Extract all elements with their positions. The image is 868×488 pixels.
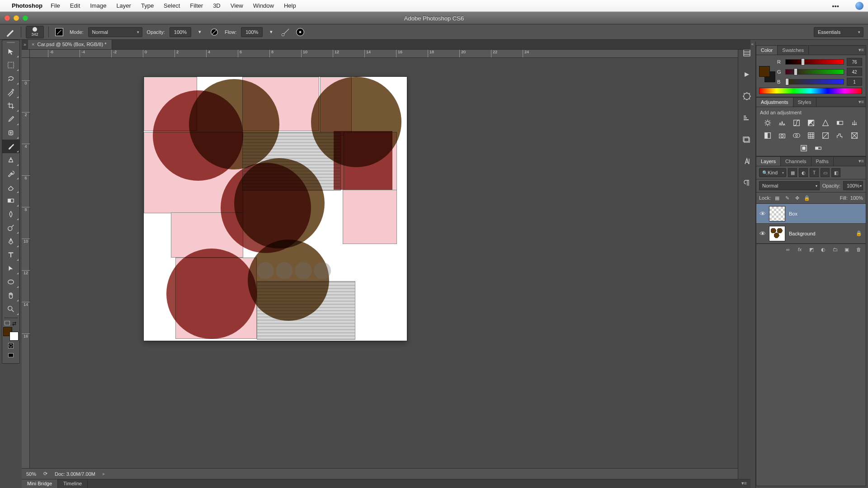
tab-timeline[interactable]: Timeline: [58, 479, 88, 488]
tab-mini-bridge[interactable]: Mini Bridge: [22, 479, 58, 488]
brush-preset-picker[interactable]: 342: [26, 26, 44, 38]
panelstrip-expand-icon[interactable]: «: [751, 42, 754, 47]
slider-red[interactable]: [785, 59, 844, 65]
flow-dropdown-icon[interactable]: ▾: [265, 26, 277, 38]
hand-tool[interactable]: [2, 289, 19, 302]
canvas-area[interactable]: -6 -4 -2 0 2 4 6 8 10 12 14 16 18 20 22 …: [22, 50, 750, 477]
filter-shape-icon[interactable]: ▭: [821, 168, 830, 177]
adj-threshold-icon[interactable]: [849, 131, 859, 141]
adj-posterize-icon[interactable]: [835, 131, 845, 141]
layers-panel-menu-icon[interactable]: ▾≡: [859, 158, 864, 164]
lock-position-icon[interactable]: ✥: [793, 194, 801, 202]
ruler-origin[interactable]: [22, 50, 30, 58]
lasso-tool[interactable]: [2, 72, 19, 85]
opacity-dropdown-icon[interactable]: ▾: [194, 26, 206, 38]
ruler-vertical[interactable]: 0 2 4 6 8 10 12 14 16: [22, 58, 30, 477]
layer-list[interactable]: 👁 Box 👁 Background 🔒: [756, 204, 866, 244]
layer-name[interactable]: Box: [789, 211, 797, 216]
layer-thumbnail[interactable]: [769, 206, 785, 221]
filter-adjust-icon[interactable]: ◐: [799, 168, 808, 177]
tab-layers[interactable]: Layers: [756, 157, 781, 166]
artboard[interactable]: [144, 77, 407, 341]
layer-filter-kind[interactable]: 🔍 Kind: [759, 168, 786, 177]
adj-levels-icon[interactable]: [777, 118, 787, 128]
clone-source-panel-icon[interactable]: [741, 134, 753, 145]
clone-stamp-tool[interactable]: [2, 153, 19, 167]
menu-help[interactable]: Help: [284, 2, 296, 9]
color-panel-menu-icon[interactable]: ▾≡: [859, 47, 864, 53]
document-tab[interactable]: × Car.psd @ 50% (Box, RGB/8) *: [28, 39, 112, 49]
adj-selectivecolor-icon[interactable]: [799, 143, 809, 153]
adj-gradientmap-icon[interactable]: [813, 143, 823, 153]
new-layer-icon[interactable]: ▣: [843, 246, 850, 253]
layer-mask-icon[interactable]: ◩: [808, 246, 815, 253]
slider-blue[interactable]: [785, 79, 844, 84]
pressure-size-icon[interactable]: [294, 26, 306, 38]
tabstrip-expand-icon[interactable]: »: [22, 42, 28, 47]
adj-invert-icon[interactable]: [821, 131, 830, 141]
filter-pixel-icon[interactable]: ▦: [788, 168, 797, 177]
menu-type[interactable]: Type: [141, 2, 154, 9]
actions-panel-icon[interactable]: [741, 69, 753, 80]
adj-hsl-icon[interactable]: [835, 118, 845, 128]
slider-green[interactable]: [785, 69, 844, 75]
value-blue[interactable]: 1: [847, 78, 862, 86]
character-panel-icon[interactable]: [741, 155, 753, 167]
menu-edit[interactable]: Edit: [70, 2, 80, 9]
layer-thumbnail[interactable]: [769, 226, 785, 241]
eraser-tool[interactable]: [2, 180, 19, 194]
layer-item-background[interactable]: 👁 Background 🔒: [756, 224, 866, 244]
layer-fx-icon[interactable]: fx: [796, 246, 803, 253]
app-name[interactable]: Photoshop: [12, 2, 42, 9]
layer-item-box[interactable]: 👁 Box: [756, 204, 866, 224]
value-green[interactable]: 42: [847, 68, 862, 76]
marquee-tool[interactable]: [2, 58, 19, 72]
history-brush-tool[interactable]: [2, 167, 19, 180]
lock-transparency-icon[interactable]: ▦: [774, 194, 781, 202]
new-adjustment-icon[interactable]: ◐: [820, 246, 827, 253]
brush-tool[interactable]: [2, 140, 19, 153]
tab-color[interactable]: Color: [756, 46, 778, 55]
layer-opacity-input[interactable]: 100%: [843, 181, 863, 190]
airbrush-icon[interactable]: [280, 26, 292, 38]
tool-preset-icon[interactable]: [5, 26, 16, 38]
link-layers-icon[interactable]: ∞: [784, 246, 792, 253]
workspace-select[interactable]: Essentials: [814, 27, 863, 37]
gradient-tool[interactable]: [2, 194, 19, 207]
menu-layer[interactable]: Layer: [116, 2, 131, 9]
lock-all-icon[interactable]: 🔒: [803, 194, 811, 202]
flow-input[interactable]: 100%: [241, 27, 263, 37]
default-swap-colors[interactable]: ⇄: [2, 320, 19, 325]
new-group-icon[interactable]: 🗀: [831, 246, 839, 253]
layer-blendmode-select[interactable]: Normal: [759, 181, 820, 190]
tab-paths[interactable]: Paths: [811, 157, 834, 166]
pressure-opacity-icon[interactable]: [208, 26, 220, 38]
doc-size[interactable]: Doc: 3.00M/7.00M: [55, 471, 95, 477]
lock-pixels-icon[interactable]: ✎: [783, 194, 791, 202]
menu-3d[interactable]: 3D: [213, 2, 221, 9]
adj-brightness-icon[interactable]: [763, 118, 773, 128]
filter-smart-icon[interactable]: ◧: [831, 168, 840, 177]
move-tool[interactable]: [2, 45, 19, 58]
adj-bw-icon[interactable]: [763, 131, 773, 141]
opacity-input[interactable]: 100%: [170, 27, 191, 37]
type-tool[interactable]: [2, 248, 19, 262]
layer-fill-input[interactable]: 100%: [850, 195, 863, 201]
adjustments-panel-menu-icon[interactable]: ▾≡: [859, 99, 864, 105]
user-avatar-icon[interactable]: [855, 2, 863, 10]
quick-select-tool[interactable]: [2, 85, 19, 99]
adj-colorbalance-icon[interactable]: [849, 118, 859, 128]
delete-layer-icon[interactable]: 🗑: [855, 246, 862, 253]
status-rotate-icon[interactable]: ⟳: [43, 471, 47, 477]
zoom-level[interactable]: 50%: [26, 471, 36, 477]
adj-colorlookup-icon[interactable]: [806, 131, 816, 141]
eyedropper-tool[interactable]: [2, 113, 19, 126]
layer-visibility-icon[interactable]: 👁: [756, 230, 769, 237]
adj-channelmixer-icon[interactable]: [792, 131, 802, 141]
quick-mask-toggle[interactable]: [2, 341, 19, 351]
brush-panel-icon[interactable]: [741, 112, 753, 124]
foreground-background-colors[interactable]: [3, 327, 19, 341]
paragraph-panel-icon[interactable]: [741, 177, 753, 189]
brush-panel-toggle-icon[interactable]: [53, 26, 65, 38]
shape-tool[interactable]: [2, 275, 19, 289]
